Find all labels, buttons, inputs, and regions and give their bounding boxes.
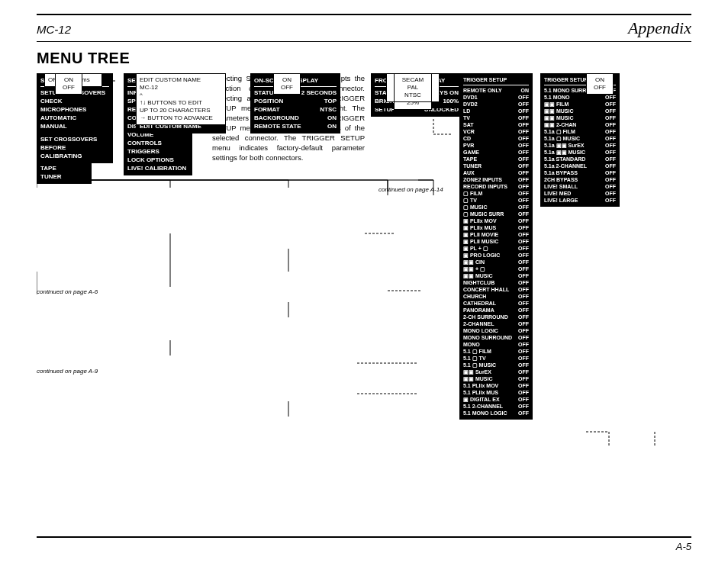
trigger-list-1: TRIGGER SETUP REMOTE ONLYONDVD1OFFDVD2OF… [459,73,533,420]
trig-onoff: ONOFF [586,73,614,95]
page-number: A-5 [37,536,691,552]
page-title: MENU TREE [37,50,691,67]
osd-onoff: ONOFF [273,73,301,95]
speaker-onoff: ONOFF [55,73,82,95]
model: MC-12 [37,23,71,36]
display-note: EDIT CUSTOM NAMEMC-12^ ↑↓ BUTTONS TO EDI… [136,73,226,125]
fpd-opts4: SECAMPALNTSC [394,73,432,102]
section: Appendix [628,18,691,38]
